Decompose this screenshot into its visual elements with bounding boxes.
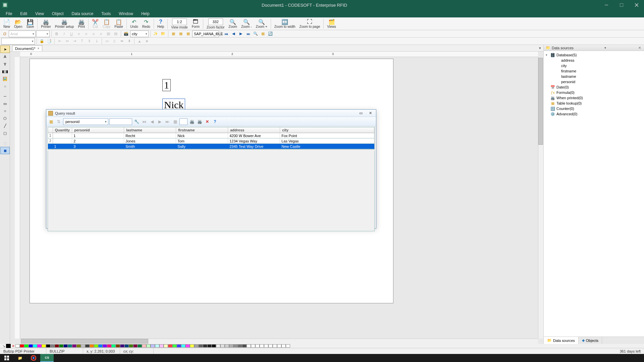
color-swatch[interactable] [238,344,242,348]
color-swatch[interactable] [129,344,133,348]
object-dropdown[interactable] [1,38,35,45]
color-swatch[interactable] [177,344,181,348]
menu-tools[interactable]: Tools [97,10,115,17]
db-connection-dropdown[interactable]: SAP_HANA_OLE [192,31,219,37]
color-swatch[interactable] [20,344,24,348]
tree-leaf-address[interactable]: address [544,58,643,63]
table-view-button[interactable]: ▦ [260,31,266,37]
menu-edit[interactable]: Edit [16,10,31,17]
next-record-button[interactable]: ▶ [237,31,244,37]
explorer-taskbar-icon[interactable]: 📁 [13,354,27,362]
polygon-tool[interactable]: ⬠ [0,115,10,122]
color-swatch[interactable] [199,344,203,348]
col-quantity[interactable]: Quantity [53,127,72,133]
select-tool[interactable]: ◼ [0,147,10,154]
dist-h-icon[interactable]: ▭ [104,38,110,45]
color-swatch[interactable] [151,344,155,348]
menu-window[interactable]: Window [115,10,137,17]
color-swatch[interactable] [260,344,264,348]
query-first-button[interactable]: ⏮ [141,118,148,125]
help-button[interactable]: ?Help [155,18,166,30]
color-swatch[interactable] [138,344,142,348]
color-swatch[interactable] [268,344,273,348]
query-help-button[interactable]: ? [212,118,218,125]
shape-tool[interactable]: ◆ [0,82,10,90]
redo-button[interactable]: ↷Redo [140,18,152,30]
view-mode-input[interactable] [172,18,187,25]
panel-close-icon[interactable]: ✕ [637,46,642,50]
col-address[interactable]: address [228,127,280,133]
query-goto-input[interactable] [179,118,187,125]
color-swatch[interactable] [50,344,55,348]
color-swatch[interactable] [164,344,168,348]
color-none-icon[interactable]: ↘ [1,344,6,348]
barcode-tool[interactable]: ▮▯▮ [0,68,10,75]
folder-dd-icon[interactable]: 📁 [160,31,166,37]
zoom-out-button[interactable]: 🔍Zoom - [239,18,254,30]
tree-node-when-printed-[interactable]: 🖨️When printed(0) [544,95,643,101]
start-button[interactable] [0,354,13,362]
underline-button[interactable]: U [68,31,75,37]
printer-button[interactable]: 🖨️Printer [39,18,53,30]
field-dropdown[interactable]: city [130,31,149,37]
color-swatch[interactable] [124,344,129,348]
tree-leaf-personid[interactable]: personid [544,79,643,84]
codesoft-taskbar-icon[interactable]: CS [40,354,54,362]
color-swatch[interactable] [216,344,220,348]
color-swatch[interactable] [273,344,277,348]
color-swatch[interactable] [146,344,151,348]
menu-data-source[interactable]: Data source [68,10,98,17]
color-swatch[interactable] [29,344,33,348]
undo-button[interactable]: ↶Undo [128,18,140,30]
col-rownum[interactable] [48,127,53,133]
color-swatch[interactable] [42,344,46,348]
query-filter-input[interactable] [109,118,132,125]
tab-data-sources[interactable]: 📁Data sources [544,337,579,344]
style-icon[interactable]: O [1,31,8,37]
menu-view[interactable]: View [31,10,48,17]
tree-leaf-city[interactable]: city [544,63,643,68]
query-field-dropdown[interactable]: personid [63,118,108,125]
copy-button[interactable]: 📋Copy [101,18,112,30]
color-swatch[interactable] [229,344,233,348]
color-swatch[interactable] [72,344,76,348]
align-right-button[interactable]: ≡ [90,31,97,37]
datasource-icon[interactable]: 🗃️ [123,31,129,37]
zoom-in-button[interactable]: 🔍Zoom + [254,18,269,30]
tree-node-counter-[interactable]: 🔢Counter(0) [544,106,643,111]
text-tool2[interactable]: A [0,53,10,60]
view-mode-button[interactable]: View mode [169,18,190,30]
label-field-personid[interactable]: 1 [162,79,171,91]
query-delete-button[interactable]: ✕ [204,118,211,125]
color-swatch[interactable] [168,344,172,348]
round-rect-tool[interactable]: ▢ [0,129,10,137]
color-swatch[interactable] [251,344,255,348]
align-r-icon[interactable]: ⇥ [71,38,78,45]
lock-icon[interactable]: 🔒 [39,38,45,45]
valign2-button[interactable]: ▤ [112,31,119,37]
color-swatch[interactable] [15,344,20,348]
last-record-button[interactable]: ⏭ [245,31,252,37]
save-button[interactable]: 💾Save [24,18,36,30]
tree-node-formula-[interactable]: ƒxFormula(0) [544,90,643,95]
minimize-button[interactable] [599,0,614,10]
col-personid[interactable]: personid [72,127,124,133]
align-t-icon[interactable]: ⤒ [78,38,85,45]
dialog-close-button[interactable]: ✕ [367,110,374,116]
query-next-button[interactable]: ▶ [156,118,163,125]
line-h-tool[interactable]: ─ [0,93,10,100]
maximize-button[interactable] [614,0,629,10]
color-swatch[interactable] [63,344,68,348]
query-filter-icon[interactable]: ▦ [48,118,54,125]
color-fg-icon[interactable] [6,344,11,348]
grid3-icon[interactable]: ▦ [185,31,192,37]
grid1-icon[interactable]: ▦ [170,31,177,37]
same-h-icon[interactable]: ⬍ [126,38,132,45]
font-dropdown[interactable]: Arial [9,31,36,37]
tab-menu-icon[interactable]: ▾ [537,45,543,51]
query-print-button[interactable]: 🖨️ [189,118,195,125]
same-w-icon[interactable]: ⬌ [118,38,125,45]
italic-button[interactable]: I [61,31,67,37]
color-swatch[interactable] [172,344,177,348]
align-c-icon[interactable]: ⇔ [64,38,70,45]
